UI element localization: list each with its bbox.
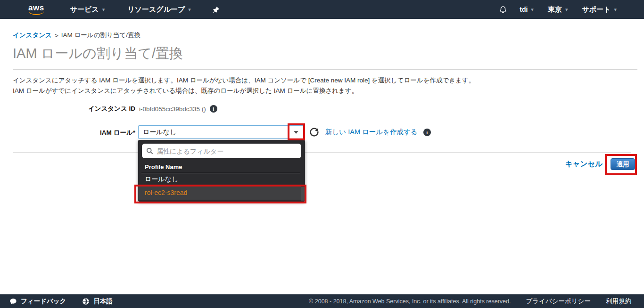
info-icon[interactable]: i — [210, 105, 217, 113]
app-root: aws サービス ▾ リソースグループ ▾ — [0, 0, 644, 308]
iam-role-selected-value: ロールなし — [139, 128, 288, 137]
breadcrumb: インスタンス > IAM ロールの割り当て/置換 — [13, 31, 140, 40]
breadcrumb-separator: > — [55, 32, 58, 39]
nav-region-menu[interactable]: 東京 ▾ — [548, 5, 568, 14]
chevron-down-icon: ▾ — [565, 7, 568, 13]
section-divider — [13, 152, 631, 153]
language-label: 日本語 — [93, 297, 113, 306]
annotation-apply-button — [605, 154, 637, 175]
footer-right: © 2008 - 2018, Amazon Web Services, Inc.… — [309, 297, 631, 306]
cancel-link[interactable]: キャンセル — [565, 159, 603, 169]
info-icon[interactable]: i — [423, 129, 431, 136]
dropdown-column-header: Profile Name — [138, 161, 305, 173]
aws-smile-icon — [29, 11, 44, 15]
footer-bar: フィードバック 日本語 © 2008 - 2018, Amazon Web Se… — [0, 294, 644, 308]
nav-account-menu[interactable]: tdi ▾ — [520, 6, 534, 13]
create-new-iam-role-link[interactable]: 新しい IAM ロールを作成する — [325, 128, 418, 137]
refresh-icon — [310, 128, 319, 137]
language-selector[interactable]: 日本語 — [82, 297, 113, 306]
feedback-button[interactable]: フィードバック — [9, 297, 66, 306]
dropdown-option-no-role[interactable]: ロールなし — [138, 173, 305, 186]
page-title: IAM ロールの割り当て/置換 — [13, 44, 637, 70]
pushpin-icon — [212, 6, 220, 14]
feedback-label: フィードバック — [21, 297, 66, 306]
globe-icon — [82, 298, 90, 305]
instance-id-label: インスタンス ID — [0, 105, 135, 113]
copyright-text: © 2008 - 2018, Amazon Web Services, Inc.… — [309, 298, 511, 305]
nav-resource-groups-menu[interactable]: リソースグループ ▾ — [127, 5, 191, 14]
pin-shortcut-button[interactable] — [212, 6, 220, 14]
aws-logo[interactable]: aws — [28, 4, 44, 15]
iam-role-row: ロールなし 新しい IAM ロールを作成する i — [138, 125, 431, 139]
page-description: インスタンスにアタッチする IAM ロールを選択します。IAM ロールがない場合… — [13, 75, 475, 96]
nav-region-label: 東京 — [548, 5, 562, 14]
chevron-down-icon: ▾ — [614, 7, 617, 13]
chevron-down-icon: ▾ — [102, 7, 105, 13]
breadcrumb-instances-link[interactable]: インスタンス — [13, 31, 52, 40]
nav-support-label: サポート — [582, 5, 611, 14]
description-line-1: インスタンスにアタッチする IAM ロールを選択します。IAM ロールがない場合… — [13, 75, 475, 86]
search-icon — [146, 147, 153, 154]
iam-role-label: IAM ロール* — [0, 129, 135, 137]
instance-id-row: インスタンス ID i-0bfd055cc39bdc335 () i — [0, 105, 217, 113]
description-line-2: IAM ロールがすでにインスタンスにアタッチされている場合は、既存のロールが選択… — [13, 86, 475, 96]
annotation-role-option — [134, 185, 306, 203]
breadcrumb-current: IAM ロールの割り当て/置換 — [61, 31, 140, 40]
nav-services-label: サービス — [70, 5, 99, 14]
instance-id-value: i-0bfd055cc39bdc335 () — [139, 105, 206, 113]
privacy-policy-link[interactable]: プライバシーポリシー — [526, 297, 591, 306]
role-filter-input[interactable] — [157, 147, 297, 155]
role-filter-box[interactable] — [142, 144, 301, 158]
nav-services-menu[interactable]: サービス ▾ — [70, 5, 105, 14]
terms-of-use-link[interactable]: 利用規約 — [606, 297, 631, 306]
top-navbar: aws サービス ▾ リソースグループ ▾ — [0, 0, 644, 19]
notifications-button[interactable] — [499, 5, 507, 14]
chevron-down-icon: ▾ — [531, 7, 534, 13]
nav-resource-groups-label: リソースグループ — [127, 5, 185, 14]
speech-bubble-icon — [9, 298, 17, 305]
refresh-roles-button[interactable] — [310, 128, 319, 137]
nav-account-label: tdi — [520, 6, 528, 13]
nav-support-menu[interactable]: サポート ▾ — [582, 5, 617, 14]
iam-role-select[interactable]: ロールなし — [138, 125, 304, 139]
navbar-right: tdi ▾ 東京 ▾ サポート ▾ — [499, 5, 617, 14]
bell-icon — [499, 5, 507, 14]
chevron-down-icon: ▾ — [188, 7, 191, 13]
annotation-select-arrow — [288, 123, 305, 140]
